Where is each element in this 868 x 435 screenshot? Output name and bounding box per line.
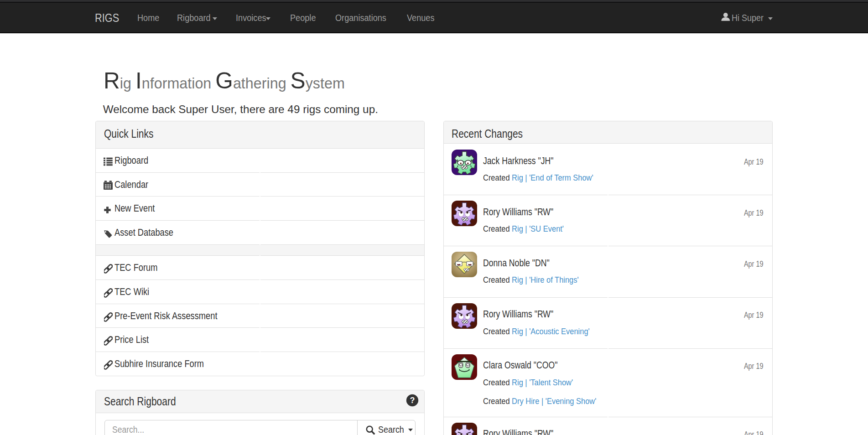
- svg-text:?: ?: [410, 395, 415, 404]
